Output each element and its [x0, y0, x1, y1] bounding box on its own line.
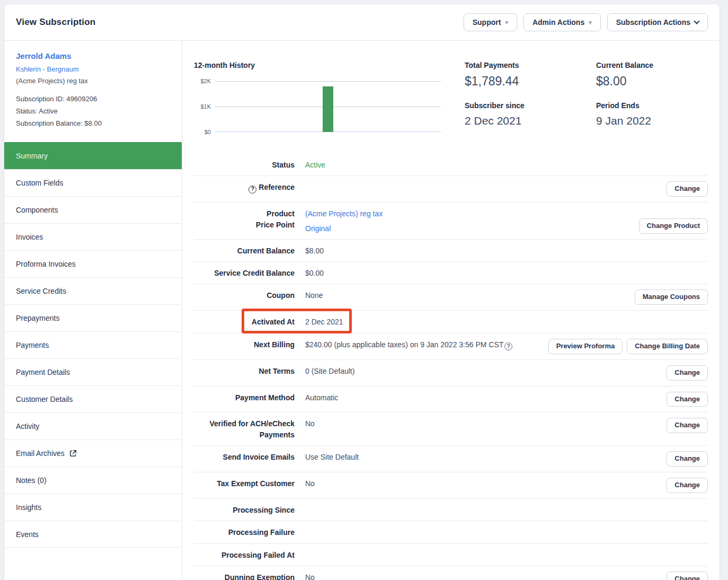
sidebar-item-notes[interactable]: Notes (0) — [4, 467, 182, 494]
subscription-balance-text: Subscription Balance: $8.00 — [16, 118, 170, 130]
status-row: Status Active — [194, 154, 708, 176]
tax-exempt-label: Tax Exempt Customer — [194, 478, 295, 489]
ach-verified-row: Verified for ACH/eCheck Payments No Chan… — [194, 412, 708, 446]
current-balance-label: Current Balance — [596, 61, 720, 69]
payment-method-row: Payment Method Automatic Change — [194, 386, 708, 413]
sidebar-item-insights[interactable]: Insights — [4, 494, 182, 521]
change-billing-date-button[interactable]: Change Billing Date — [627, 339, 708, 354]
processing-failed-at-label: Processing Failed At — [194, 549, 295, 560]
help-circle-icon[interactable]: ? — [504, 342, 512, 350]
chart-ytick-label: $2K — [193, 78, 211, 84]
sidebar-item-service-credits[interactable]: Service Credits — [4, 277, 182, 304]
customer-summary: Jerrold Adams Kshlerin - Bergnaum (Acme … — [4, 41, 182, 142]
coupon-label: Coupon — [194, 289, 295, 301]
change-reference-button[interactable]: Change — [667, 181, 708, 197]
change-payment-method-button[interactable]: Change — [667, 392, 708, 407]
processing-since-row: Processing Since — [194, 499, 708, 521]
subscriber-since-label: Subscriber since — [465, 101, 592, 110]
product-link[interactable]: (Acme Projects) reg tax — [305, 208, 633, 219]
total-payments-label: Total Payments — [465, 61, 592, 69]
activated-at-label: Activated At — [194, 316, 295, 327]
processing-since-value — [305, 504, 708, 505]
sidebar-item-components[interactable]: Components — [4, 196, 182, 223]
send-invoice-emails-row: Send Invoice Emails Use Site Default Cha… — [194, 446, 708, 472]
processing-failure-value — [305, 526, 708, 527]
payment-method-label: Payment Method — [194, 392, 295, 403]
sidebar: Jerrold Adams Kshlerin - Bergnaum (Acme … — [4, 41, 182, 580]
sidebar-item-prepayments[interactable]: Prepayments — [4, 304, 182, 331]
manage-coupons-button[interactable]: Manage Coupons — [635, 289, 708, 305]
processing-failed-at-value — [305, 549, 708, 550]
subscription-id-text: Subscription ID: 49609206 — [16, 93, 170, 106]
change-dunning-exemption-button[interactable]: Change — [667, 572, 708, 580]
period-ends-value: 9 Jan 2022 — [596, 115, 720, 127]
page-header: View Subscription Support ▾ Admin Action… — [4, 4, 720, 41]
period-ends-label: Period Ends — [596, 101, 720, 110]
sidebar-item-events[interactable]: Events — [4, 521, 182, 548]
reference-label: ? Reference — [194, 181, 295, 194]
chart-gridline — [215, 81, 441, 82]
status-value: Active — [305, 159, 708, 170]
service-credit-balance-value: $0.00 — [305, 267, 708, 278]
subscriber-since-value: 2 Dec 2021 — [465, 115, 592, 127]
chevron-down-icon — [694, 18, 699, 24]
history-chart-plot: $2K$1K$0 — [215, 81, 441, 132]
service-credit-balance-row: Service Credit Balance $0.00 — [194, 262, 708, 284]
chart-ytick-label: $1K — [193, 103, 211, 110]
subscription-status-text: Status: Active — [16, 106, 170, 118]
sidebar-item-custom-fields[interactable]: Custom Fields — [4, 169, 182, 196]
view-subscription-card: View Subscription Support ▾ Admin Action… — [4, 4, 720, 580]
external-link-icon — [69, 450, 77, 457]
next-billing-label: Next Billing — [194, 339, 295, 350]
seller-link[interactable]: Kshlerin - Bergnaum — [16, 65, 170, 73]
stats-left-column: Total Payments $1,789.44 Subscriber sinc… — [465, 61, 592, 127]
customer-name-link[interactable]: Jerrold Adams — [16, 51, 170, 60]
tax-exempt-value: No — [305, 478, 660, 489]
net-terms-label: Net Terms — [194, 365, 295, 376]
price-point-link[interactable]: Original — [305, 223, 633, 234]
summary-main: 12-month History $2K$1K$0 Total Payments… — [182, 41, 720, 580]
change-ach-verified-button[interactable]: Change — [667, 418, 708, 433]
activated-at-row: Activated At 2 Dec 2021 — [194, 311, 708, 333]
coupon-value: None — [305, 289, 628, 301]
product-label: Product — [194, 208, 295, 219]
service-credit-balance-label: Service Credit Balance — [194, 267, 295, 278]
change-send-invoice-emails-button[interactable]: Change — [667, 451, 708, 467]
sidebar-item-activity[interactable]: Activity — [4, 412, 182, 440]
next-billing-row: Next Billing $240.00 (plus applicable ta… — [194, 333, 708, 360]
change-tax-exempt-button[interactable]: Change — [667, 478, 708, 493]
total-payments-value: $1,789.44 — [465, 74, 592, 89]
coupon-row: Coupon None Manage Coupons — [194, 284, 708, 311]
payment-method-value: Automatic — [305, 392, 660, 403]
sidebar-item-invoices[interactable]: Invoices — [4, 223, 182, 250]
stats-right-column: Current Balance $8.00 Period Ends 9 Jan … — [596, 61, 720, 127]
processing-failure-row: Processing Failure — [194, 521, 708, 543]
detail-rows: Status Active ? Reference Change Produ — [194, 154, 708, 580]
help-circle-icon[interactable]: ? — [248, 186, 256, 194]
net-terms-row: Net Terms 0 (Site Default) Change — [194, 360, 708, 386]
activated-at-value: 2 Dec 2021 — [305, 316, 708, 327]
sidebar-item-customer-details[interactable]: Customer Details — [4, 385, 182, 412]
send-invoice-emails-label: Send Invoice Emails — [194, 451, 295, 462]
next-billing-value: $240.00 (plus applicable taxes) on 9 Jan… — [305, 340, 503, 349]
change-net-terms-button[interactable]: Change — [667, 365, 708, 381]
support-button[interactable]: Support ▾ — [464, 13, 517, 31]
sidebar-item-summary[interactable]: Summary — [4, 142, 182, 169]
ach-verified-label: Verified for ACH/eCheck Payments — [194, 418, 295, 440]
preview-proforma-button[interactable]: Preview Proforma — [548, 339, 623, 354]
caret-down-icon: ▾ — [505, 20, 508, 25]
subscription-actions-button[interactable]: Subscription Actions — [607, 13, 708, 31]
sidebar-item-payments[interactable]: Payments — [4, 331, 182, 358]
reference-row: ? Reference Change — [194, 176, 708, 203]
sidebar-item-payment-details[interactable]: Payment Details — [4, 358, 182, 385]
processing-failed-at-row: Processing Failed At — [194, 544, 708, 566]
admin-actions-button[interactable]: Admin Actions ▾ — [523, 13, 601, 31]
processing-failure-label: Processing Failure — [194, 526, 295, 538]
sidebar-item-proforma-invoices[interactable]: Proforma Invoices — [4, 250, 182, 277]
product-name-text: (Acme Projects) reg tax — [16, 77, 170, 85]
page-title: View Subscription — [16, 17, 95, 28]
sidebar-menu: Summary Custom Fields Components Invoice… — [4, 142, 182, 548]
change-product-button[interactable]: Change Product — [639, 218, 708, 234]
sidebar-item-email-archives[interactable]: Email Archives — [4, 440, 182, 467]
current-balance-row-value: $8.00 — [305, 245, 708, 256]
